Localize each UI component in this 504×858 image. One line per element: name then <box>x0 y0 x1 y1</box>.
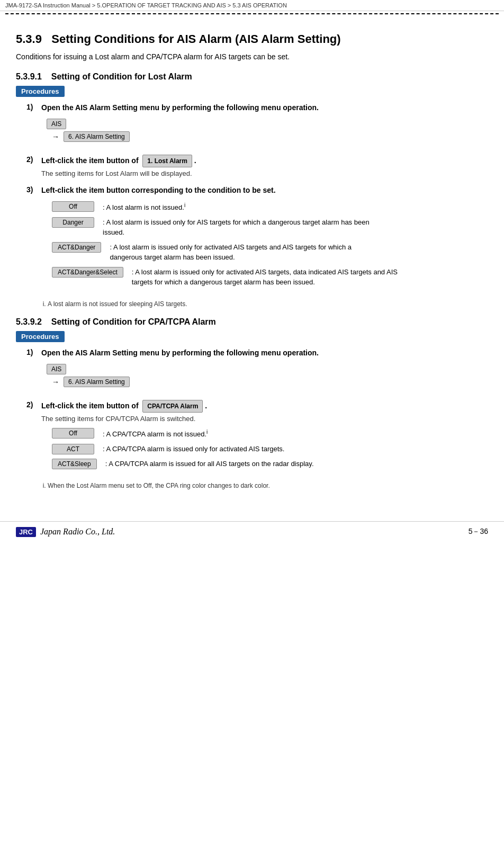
step-text-2-1: Open the AIS Alarm Setting menu by perfo… <box>41 347 488 359</box>
main-content: 5.3.9 Setting Conditions for AIS Alarm (… <box>0 16 504 511</box>
section-5392-title: 5.3.9.2 Setting of Condition for CPA/TCP… <box>16 317 488 327</box>
dashed-divider <box>5 13 499 14</box>
lost-alarm-btn[interactable]: 1. Lost Alarm <box>142 155 192 167</box>
ais-btn-2[interactable]: AIS <box>47 364 66 374</box>
menu-row-1: → 6. AIS Alarm Setting <box>52 131 488 142</box>
step-list-1: 1) Open the AIS Alarm Setting menu by pe… <box>26 102 488 293</box>
step-content-2-1: Open the AIS Alarm Setting menu by perfo… <box>41 347 488 392</box>
option-row-act-danger: ACT&Danger : A lost alarm is issued only… <box>52 242 488 263</box>
section-5391-title: 5.3.9.1 Setting of Condition for Lost Al… <box>16 72 488 82</box>
option-desc-act-sleep: : A CPA/TCPA alarm is issued for all AIS… <box>105 459 314 469</box>
footer-page: 5－36 <box>469 527 488 537</box>
arrow-1: → <box>52 132 59 141</box>
option-row-danger: Danger : A lost alarm is issued only for… <box>52 217 488 238</box>
step-1-2: 2) Left-click the item button of 1. Lost… <box>26 155 488 177</box>
footer-logo: JRC Japan Radio Co., Ltd. <box>16 527 115 537</box>
option-btn-act[interactable]: ACT <box>52 444 94 454</box>
footnote-1: A lost alarm is not issued for sleeping … <box>37 300 488 308</box>
step-note-2-2: The setting items for CPA/TCPA Alarm is … <box>41 415 488 423</box>
option-row-act-danger-select: ACT&Danger&Select : A lost alarm is issu… <box>52 267 488 288</box>
menu-sequence-1: AIS → 6. AIS Alarm Setting <box>47 119 488 142</box>
procedures-badge-1: Procedures <box>16 86 65 97</box>
option-row-act-sleep: ACT&Sleep : A CPA/TCPA alarm is issued f… <box>52 459 488 469</box>
option-btn-act-danger-select[interactable]: ACT&Danger&Select <box>52 267 123 278</box>
step-note-1-2: The setting items for Lost Alarm will be… <box>41 169 488 177</box>
ais-btn-1[interactable]: AIS <box>47 119 66 129</box>
step-num-2-2: 2) <box>26 400 41 409</box>
menu-sequence-2: AIS → 6. AIS Alarm Setting <box>47 364 488 387</box>
step-list-2: 1) Open the AIS Alarm Setting menu by pe… <box>26 347 488 475</box>
section-5392: 5.3.9.2 Setting of Condition for CPA/TCP… <box>16 317 488 489</box>
option-btn-danger[interactable]: Danger <box>52 217 94 228</box>
step-num-1-1: 1) <box>26 103 41 111</box>
step-1-3: 3) Left-click the item button correspond… <box>26 185 488 293</box>
menu-row-2: → 6. AIS Alarm Setting <box>52 377 488 387</box>
ais-alarm-setting-btn-1[interactable]: 6. AIS Alarm Setting <box>64 131 130 142</box>
step-text-2-2: Left-click the item button of CPA/TCPA A… <box>41 400 488 413</box>
step-1-1: 1) Open the AIS Alarm Setting menu by pe… <box>26 102 488 147</box>
breadcrumb: JMA-9172-SA Instruction Manual > 5.OPERA… <box>0 0 504 11</box>
step-text-1-2: Left-click the item button of 1. Lost Al… <box>41 155 488 167</box>
ais-alarm-setting-btn-2[interactable]: 6. AIS Alarm Setting <box>64 377 130 387</box>
arrow-2: → <box>52 378 59 386</box>
option-btn-act-sleep[interactable]: ACT&Sleep <box>52 459 97 469</box>
footer-company-name: Japan Radio Co., Ltd. <box>40 527 115 537</box>
step-2-2: 2) Left-click the item button of CPA/TCP… <box>26 400 488 475</box>
footnote-item-2: When the Lost Alarm menu set to Off, the… <box>48 482 488 489</box>
step-content-1-1: Open the AIS Alarm Setting menu by perfo… <box>41 102 488 147</box>
option-desc-act-danger-select: : A lost alarm is issued only for activa… <box>132 267 407 288</box>
cpa-tcpa-alarm-btn[interactable]: CPA/TCPA Alarm <box>142 400 203 413</box>
step-content-1-2: Left-click the item button of 1. Lost Al… <box>41 155 488 177</box>
section-539: 5.3.9 Setting Conditions for AIS Alarm (… <box>16 32 488 62</box>
option-desc-act: : A CPA/TCPA alarm is issued only for ac… <box>103 444 284 454</box>
footnote-item-1: A lost alarm is not issued for sleeping … <box>48 300 488 308</box>
step-text-1-1: Open the AIS Alarm Setting menu by perfo… <box>41 102 488 113</box>
option-desc-off-1: : A lost alarm is not issued.i <box>103 201 185 213</box>
footer: JRC Japan Radio Co., Ltd. 5－36 <box>0 521 504 542</box>
option-row-off-2: Off : A CPA/TCPA alarm is not issued.i <box>52 428 488 440</box>
step-num-1-3: 3) <box>26 185 41 194</box>
step-num-1-2: 2) <box>26 155 41 164</box>
procedures-badge-2: Procedures <box>16 331 65 342</box>
footnote-2: When the Lost Alarm menu set to Off, the… <box>37 482 488 489</box>
option-btn-off-2[interactable]: Off <box>52 428 94 439</box>
option-btn-act-danger[interactable]: ACT&Danger <box>52 242 101 253</box>
option-desc-danger: : A lost alarm is issued only for AIS ta… <box>103 217 378 238</box>
step-num-2-1: 1) <box>26 348 41 356</box>
option-table-1: Off : A lost alarm is not issued.i Dange… <box>52 201 488 288</box>
option-desc-act-danger: : A lost alarm is issued only for activa… <box>110 242 385 263</box>
section-539-title: 5.3.9 Setting Conditions for AIS Alarm (… <box>16 32 488 46</box>
option-row-off-1: Off : A lost alarm is not issued.i <box>52 201 488 213</box>
jrc-label: JRC <box>16 527 36 537</box>
step-2-1: 1) Open the AIS Alarm Setting menu by pe… <box>26 347 488 392</box>
option-table-2: Off : A CPA/TCPA alarm is not issued.i A… <box>52 428 488 469</box>
section-5391: 5.3.9.1 Setting of Condition for Lost Al… <box>16 72 488 308</box>
step-content-1-3: Left-click the item button corresponding… <box>41 185 488 293</box>
step-content-2-2: Left-click the item button of CPA/TCPA A… <box>41 400 488 475</box>
step-text-1-3: Left-click the item button corresponding… <box>41 185 488 196</box>
section-539-intro: Conditions for issuing a Lost alarm and … <box>16 51 488 62</box>
option-desc-off-2: : A CPA/TCPA alarm is not issued.i <box>103 428 208 440</box>
option-row-act: ACT : A CPA/TCPA alarm is issued only fo… <box>52 444 488 454</box>
option-btn-off-1[interactable]: Off <box>52 201 94 212</box>
